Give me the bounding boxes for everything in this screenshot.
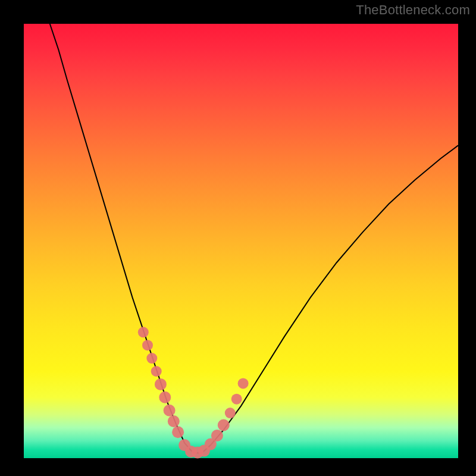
chart-frame: TheBottleneck.com xyxy=(0,0,476,476)
highlight-dots xyxy=(138,327,249,458)
highlight-dot xyxy=(231,394,242,405)
highlight-dot xyxy=(146,353,157,364)
highlight-dot xyxy=(155,378,167,390)
highlight-dot xyxy=(151,366,162,377)
highlight-dot xyxy=(138,327,149,337)
highlight-dot xyxy=(238,378,249,389)
plot-area xyxy=(24,24,458,458)
attribution-label: TheBottleneck.com xyxy=(356,2,470,18)
chart-svg xyxy=(24,24,458,458)
highlight-dot xyxy=(159,392,171,403)
highlight-dot xyxy=(218,419,230,431)
highlight-dot xyxy=(168,415,180,427)
highlight-dot xyxy=(172,426,184,438)
highlight-dot xyxy=(164,405,176,416)
highlight-dot xyxy=(225,408,236,418)
highlight-dot xyxy=(211,430,223,441)
bottleneck-curve xyxy=(50,24,458,453)
highlight-dot xyxy=(142,340,153,350)
